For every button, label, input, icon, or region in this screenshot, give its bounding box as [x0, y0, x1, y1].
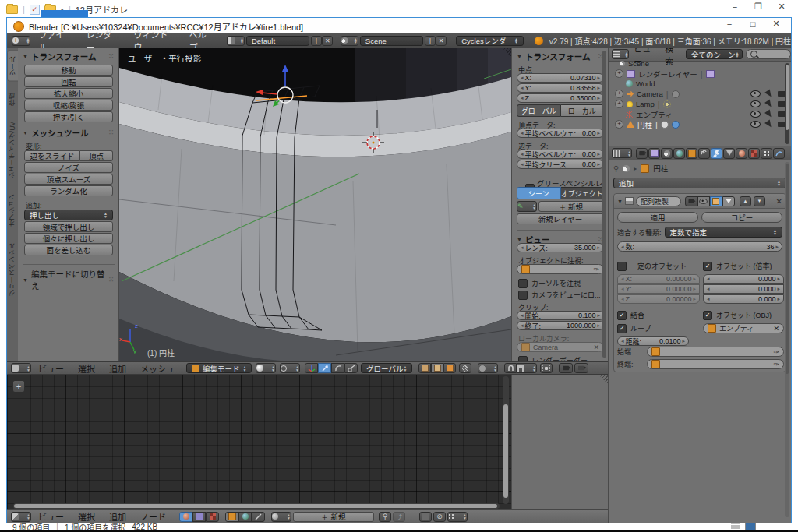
tab-world-icon[interactable] [673, 148, 685, 159]
tab-object-icon[interactable] [686, 148, 697, 159]
shader-type-linestyle-button[interactable] [252, 512, 265, 522]
node-editor-canvas[interactable] [7, 375, 511, 509]
mode-dropdown[interactable]: 編集モード ▲▼ [186, 363, 252, 373]
panel-grip-icon[interactable]: ⁙ [108, 53, 115, 60]
outliner-row-lamp[interactable]: + Lamp | [615, 99, 671, 109]
constant-offset-y[interactable]: Y:0.00000 [617, 284, 700, 294]
editor-type-button-info[interactable]: i ▲▼ [12, 36, 30, 46]
checkbox-icon[interactable] [617, 262, 627, 271]
panel-meshtools-header[interactable]: ▼ メッシュツール⁙ [23, 127, 115, 139]
avg-bevel-vertex-field[interactable]: 平均ベベルウェ:0.00 [517, 129, 604, 138]
expand-icon[interactable]: + [615, 120, 623, 129]
pin-icon[interactable]: ⚲ [613, 164, 619, 173]
tab-create[interactable]: 作成 [7, 86, 18, 112]
select-mode-vertex-button[interactable] [418, 363, 431, 373]
panel-transform-header[interactable]: ▼ トランスフォーム⁙ [23, 51, 115, 62]
modifier-view-toggle[interactable] [697, 196, 710, 206]
constant-offset-checkbox-row[interactable]: 一定のオフセット [617, 261, 700, 271]
node-snap-box-button[interactable] [419, 512, 432, 522]
editor-type-button-properties[interactable]: ▲▼ [612, 148, 632, 158]
extrude-individual-button[interactable]: 個々に押し出し [24, 233, 113, 244]
outliner-search-field[interactable] [746, 49, 791, 59]
avg-crease-field[interactable]: 平均クリース:0.00 [517, 160, 604, 169]
node-sidebar-resize-grip[interactable] [598, 375, 608, 384]
count-field[interactable]: 数: 36 [617, 241, 782, 252]
limit-visible-button[interactable] [459, 363, 471, 373]
manipulator-scale-button[interactable] [344, 363, 358, 373]
modifier-delete-button[interactable]: ✕ [776, 197, 782, 206]
constant-offset-z[interactable]: Z:0.00000 [617, 294, 700, 304]
editor-type-button-node[interactable]: ▲▼ [11, 512, 31, 522]
scene-field[interactable]: Scene [360, 36, 423, 46]
restrict-icons-cylinder[interactable] [750, 121, 786, 128]
vertex-slide-button[interactable]: 頂点 [80, 150, 113, 161]
median-z-field[interactable]: Z:0.35000 [517, 93, 604, 103]
scene-add-button[interactable]: ＋ [425, 36, 436, 46]
gp-object-toggle[interactable]: オブジェクト [561, 187, 605, 199]
add-modifier-dropdown[interactable]: 追加 ▲▼ [613, 178, 786, 188]
constant-offset-x[interactable]: X:0.00000 [617, 274, 700, 284]
scene-close-button[interactable]: ✕ [436, 36, 447, 46]
npanel-transform-header[interactable]: ▼ トランスフォーム⁙ [517, 51, 604, 62]
node-menu-select[interactable]: 選択 [71, 510, 102, 523]
checkbox-icon[interactable]: ✓ [617, 311, 627, 320]
tab-grease-pencil[interactable]: グリースペンシル [7, 237, 18, 302]
modifier-move-up-button[interactable]: ▲ [740, 196, 751, 206]
end-cap-field[interactable]: ✑ [647, 359, 784, 369]
outliner-row-world[interactable]: World [626, 79, 655, 89]
scene-icon-button[interactable]: ▲▼ [341, 36, 358, 46]
modifier-editmode-toggle[interactable] [710, 196, 722, 206]
tab-texture-icon[interactable] [748, 148, 760, 159]
material-up-button[interactable]: ⤴ [393, 512, 405, 522]
median-y-field[interactable]: Y:0.83558 [517, 83, 604, 93]
outliner-filter-dropdown[interactable]: 全てのシーン ▲▼ [686, 49, 743, 59]
viewport-3d[interactable]: z x y ユーザー・平行投影 (1) 円柱 [119, 48, 511, 361]
avg-bevel-edge-field[interactable]: 平均ベベルウェ:0.00 [517, 150, 604, 159]
lock-cursor-checkbox-row[interactable]: カーソルを注視 [518, 278, 581, 288]
checkbox-icon[interactable]: ✓ [617, 324, 627, 333]
tab-render-icon[interactable] [636, 148, 648, 159]
checkbox-icon[interactable] [518, 279, 528, 288]
opengl-render-anim-button[interactable] [574, 363, 588, 373]
global-toggle[interactable]: グローバル [517, 104, 561, 117]
modifier-copy-button[interactable]: コピー [701, 212, 782, 223]
panel-editmode-header[interactable]: ▼ 編集モードに切り替え⁙ [23, 264, 115, 291]
editor-type-button-3dview[interactable]: ▲▼ [11, 363, 31, 373]
manipulator-rotate-button[interactable] [331, 363, 344, 373]
outliner-row-empty[interactable]: エンプティ [626, 109, 673, 119]
node-tree-shader-button[interactable] [179, 512, 192, 522]
tab-scene-icon[interactable] [661, 148, 673, 159]
panel-grip-icon[interactable]: ⁙ [108, 277, 115, 284]
tab-data-icon[interactable] [723, 148, 735, 159]
tab-options[interactable]: オプション [7, 188, 18, 234]
tab-render-layers-icon[interactable] [648, 148, 660, 159]
select-mode-edge-button[interactable] [431, 363, 443, 373]
modifier-apply-button[interactable]: 適用 [617, 212, 698, 223]
tab-modifiers-icon[interactable] [711, 148, 722, 159]
modifier-expand-icon[interactable]: ▼ [617, 199, 623, 204]
node-tree-texture-button[interactable] [206, 512, 219, 522]
vertex-smooth-button[interactable]: 頂点スムーズ [24, 174, 113, 185]
loop-checkbox-row[interactable]: ✓ ループ [617, 323, 700, 333]
median-x-field[interactable]: X:0.07310 [517, 73, 604, 83]
snap-target-button[interactable] [540, 363, 553, 373]
gp-scene-toggle[interactable]: シーン [517, 187, 561, 199]
lens-field[interactable]: レンズ:35.000 [517, 243, 604, 252]
render-border-checkbox-row[interactable]: レンダーボーダー [518, 355, 588, 361]
object-offset-checkbox-row[interactable]: ✓ オフセット (OBJ) [703, 310, 784, 320]
eyedropper-icon[interactable]: ✑ [773, 361, 779, 368]
proportional-edit-dropdown[interactable]: ▲▼ [478, 363, 498, 373]
screen-layout-icon-button[interactable]: ▲▼ [227, 36, 245, 46]
shrink-fatten-button[interactable]: 収縮/膨張 [24, 100, 113, 111]
blender-maximize-button[interactable]: □ [741, 19, 764, 29]
view3d-menu-add[interactable]: 追加 [102, 362, 133, 375]
explorer-minimize-button[interactable]: − [723, 2, 747, 12]
tab-shading-uv[interactable]: シェーディング/UV [7, 115, 18, 185]
gp-new-button[interactable]: ＋ 新規 [538, 201, 604, 212]
orientation-dropdown[interactable]: グローバル ▲▼ [361, 363, 412, 373]
tab-constraints-icon[interactable] [698, 148, 710, 159]
view3d-menu-mesh[interactable]: メッシュ [133, 362, 182, 375]
clear-icon[interactable]: ✕ [773, 325, 779, 333]
lock-camera-checkbox-row[interactable]: カメラをビューにロ... [518, 290, 601, 300]
start-cap-field[interactable]: ✑ [647, 347, 784, 357]
